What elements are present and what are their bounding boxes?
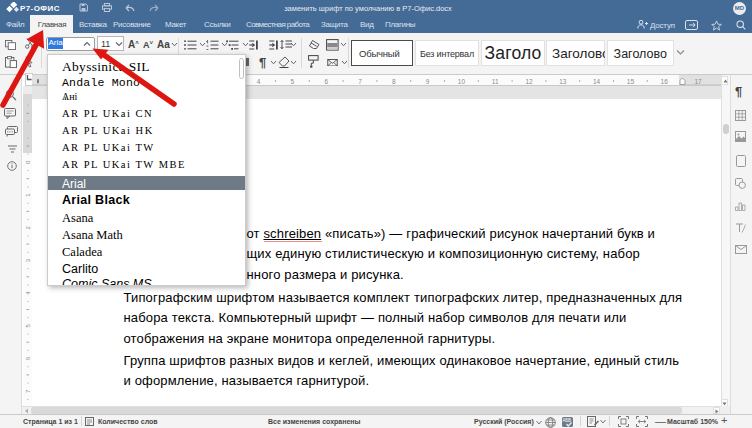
svg-text:10: 10 [458, 78, 466, 85]
svg-text:7: 7 [358, 78, 362, 85]
svg-text:0: 0 [25, 160, 31, 164]
svg-text:12: 12 [525, 78, 533, 85]
svg-text:1: 1 [25, 193, 31, 197]
svg-text:3: 3 [25, 258, 31, 262]
svg-text:7: 7 [25, 389, 31, 393]
svg-text:4: 4 [257, 78, 261, 85]
svg-text:15: 15 [627, 78, 635, 85]
svg-text:5: 5 [25, 324, 31, 328]
svg-text:9: 9 [426, 78, 430, 85]
svg-text:5: 5 [291, 78, 295, 85]
svg-text:6: 6 [324, 78, 328, 85]
svg-text:6: 6 [25, 356, 31, 360]
svg-text:16: 16 [661, 78, 669, 85]
svg-text:13: 13 [559, 78, 567, 85]
svg-text:17: 17 [694, 78, 702, 85]
svg-text:14: 14 [593, 78, 601, 85]
svg-text:11: 11 [492, 78, 499, 85]
svg-text:8: 8 [392, 78, 396, 85]
svg-text:4: 4 [25, 291, 31, 295]
svg-text:2: 2 [25, 225, 31, 229]
